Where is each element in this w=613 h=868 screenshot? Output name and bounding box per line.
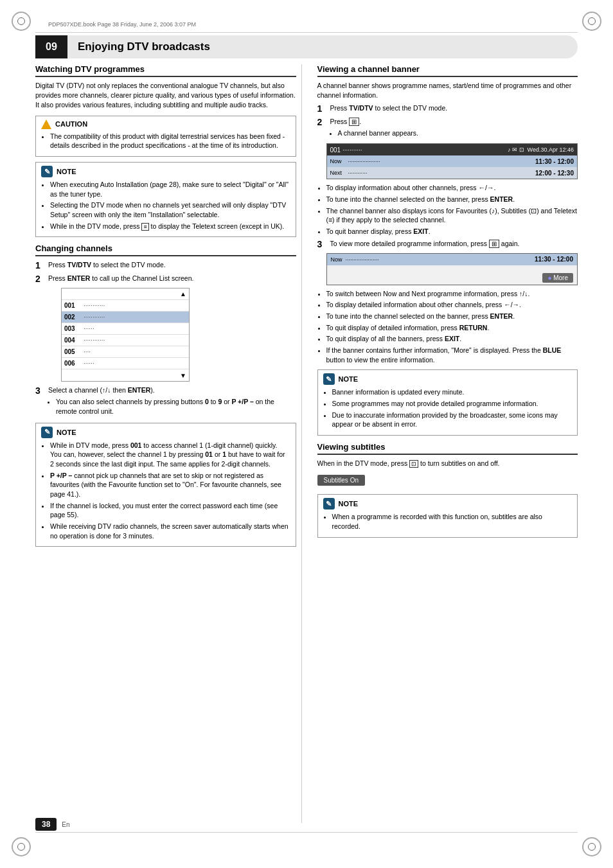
banner-bullet-2: To tune into the channel selected on the…	[326, 195, 578, 204]
subtitles-btn-label: Subtitles On	[317, 475, 365, 486]
channel-scroll-up: ▲	[62, 288, 189, 300]
note1-item-3: While in the DTV mode, press ≡ to displa…	[50, 222, 290, 231]
caution-label: CAUTION	[55, 120, 87, 128]
press-label: Press	[330, 118, 348, 125]
note2-icon: ✎	[41, 427, 53, 438]
banner2-now-label: Now ·····················	[331, 256, 380, 263]
right-step-1: 1 Press TV/DTV to select the DTV mode.	[317, 103, 578, 114]
page-number: 38	[35, 818, 57, 831]
banner-bullet-1: To display information about other chann…	[326, 183, 578, 193]
viewing-subtitles-intro: When in the DTV mode, press ⊡ to turn su…	[317, 459, 578, 468]
note1-icon: ✎	[41, 166, 53, 177]
note1-box: ✎ NOTE When executing Auto Installation …	[35, 162, 296, 237]
bn-1: Banner information is updated every minu…	[332, 387, 573, 397]
right-step-2-content: Press ⊞. A channel banner appears.	[330, 117, 578, 139]
banner-bullet-3: The channel banner also displays icons f…	[326, 206, 578, 225]
banner-note-icon: ✎	[323, 373, 335, 385]
meta-bar: PDP507XDE.book Page 38 Friday, June 2, 2…	[48, 21, 196, 28]
banner-next-time: 12:00 - 12:30	[535, 170, 574, 177]
banner2-now-time: 11:30 - 12:00	[535, 256, 573, 263]
channel-scroll-down: ▼	[62, 369, 189, 381]
banner-next-row: Next ············ 12:00 - 12:30	[327, 167, 578, 179]
subtitles-note-label: NOTE	[339, 500, 359, 508]
chapter-header: 09 Enjoying DTV broadcasts	[35, 35, 578, 58]
viewing-banner-title: Viewing a channel banner	[317, 64, 578, 77]
banner-header-row: 001 ··········· ♪ ✉ ⊡ Wed.30.Apr 12:46	[327, 144, 578, 155]
corner-decoration-br	[582, 837, 601, 856]
channel-row-6: 006 ······	[62, 358, 189, 369]
note2-label: NOTE	[57, 429, 76, 436]
step-2-num: 2	[35, 274, 44, 284]
step-1: 1 Press TV/DTV to select the DTV mode.	[35, 260, 296, 270]
banner-note-box: ✎ NOTE Banner information is updated eve…	[317, 369, 578, 436]
right-step-3-num: 3	[317, 239, 326, 249]
channel-row-5: 005 ····	[62, 346, 189, 358]
b2-3: To tune into the channel selected on the…	[326, 312, 578, 321]
note2-box: ✎ NOTE While in DTV mode, press 001 to a…	[35, 423, 296, 547]
banner-now-dots: ····················	[348, 158, 535, 164]
subtitles-note-box: ✎ NOTE When a programme is recorded with…	[317, 494, 578, 537]
banner-note-header: ✎ NOTE	[323, 373, 573, 385]
banner2-header-row: Now ····················· 11:30 - 12:00	[327, 254, 578, 265]
caution-list: The compatibility of this product with d…	[41, 132, 290, 150]
channel-row-2: 002 ············	[62, 312, 189, 323]
note2-item-4: While receiving DTV radio channels, the …	[50, 522, 290, 540]
bottom-border	[35, 832, 578, 833]
banner1-display: 001 ··········· ♪ ✉ ⊡ Wed.30.Apr 12:46 N…	[326, 143, 578, 179]
channel-row-3: 003 ······	[62, 323, 189, 335]
right-step-2-num: 2	[317, 117, 326, 127]
corner-decoration-tr	[582, 12, 601, 31]
subtitle-icon: ⊡	[409, 460, 418, 468]
watching-intro: Digital TV (DTV) not only replaces the c…	[35, 81, 296, 111]
banner-now-time: 11:30 - 12:00	[535, 158, 574, 165]
channel-row-4: 004 ············	[62, 335, 189, 346]
step-2-content: Press ENTER to call up the Channel List …	[48, 274, 296, 283]
channel-banner-appears: A channel banner appears.	[338, 128, 578, 138]
note1-list: When executing Auto Installation (page 2…	[41, 180, 290, 231]
bn-3: Due to inaccurate information provided b…	[332, 411, 573, 429]
changing-channels-section: Changing channels 1 Press TV/DTV to sele…	[35, 244, 296, 547]
banner-note-list: Banner information is updated every minu…	[323, 387, 573, 429]
meta-text: PDP507XDE.book Page 38 Friday, June 2, 2…	[48, 21, 196, 28]
note1-label: NOTE	[57, 168, 76, 175]
channel-list-container: ▲ 001 ············ 002 ············ 003 …	[48, 288, 296, 382]
right-column: Viewing a channel banner A channel banne…	[312, 64, 578, 823]
subtitles-note-header: ✎ NOTE	[323, 498, 573, 509]
caution-box: CAUTION The compatibility of this produc…	[35, 116, 296, 157]
note2-item-3: If the channel is locked, you must enter…	[50, 501, 290, 520]
viewing-banner-intro: A channel banner shows programme names, …	[317, 81, 578, 100]
note2-list: While in DTV mode, press 001 to access c…	[41, 441, 290, 541]
sn-1: When a programme is recorded with this f…	[332, 512, 573, 531]
right-step-1-num: 1	[317, 103, 326, 114]
watching-dtv-title: Watching DTV programmes	[35, 64, 296, 77]
subtitles-note-icon: ✎	[323, 498, 335, 509]
b2-6: If the banner contains further informati…	[326, 346, 578, 364]
step-3-bullet: You can also select channels by pressing…	[56, 397, 296, 416]
note2-item-1: While in DTV mode, press 001 to access c…	[50, 441, 290, 469]
viewing-subtitles-section: Viewing subtitles When in the DTV mode, …	[317, 442, 578, 538]
note2-item-2: P +/P – cannot pick up channels that are…	[50, 471, 290, 499]
step3-icon: ⊞	[489, 240, 499, 248]
page-footer: 38 En	[35, 818, 70, 831]
right-step-3-content: To view more detailed programme informat…	[330, 239, 578, 249]
step-1-content: Press TV/DTV to select the DTV mode.	[48, 260, 296, 270]
left-column: Watching DTV programmes Digital TV (DTV)…	[35, 64, 302, 823]
changing-channels-title: Changing channels	[35, 244, 296, 256]
banner2-display: Now ····················· 11:30 - 12:00 …	[326, 253, 578, 285]
banner-header-num: 001 ···········	[330, 146, 362, 154]
more-button: More	[542, 273, 573, 283]
corner-decoration-bl	[12, 837, 31, 856]
b2-2: To display detailed information about ot…	[326, 300, 578, 310]
right-step-2: 2 Press ⊞. A channel banner appears.	[317, 117, 578, 139]
caution-header: CAUTION	[41, 120, 290, 129]
channel-row-1: 001 ············	[62, 300, 189, 312]
note1-item-1: When executing Auto Installation (page 2…	[50, 180, 290, 199]
note1-header: ✎ NOTE	[41, 166, 290, 177]
b2-1: To switch between Now and Next programme…	[326, 289, 578, 299]
step-3: 3 Select a channel (↑/↓ then ENTER). You…	[35, 385, 296, 417]
subtitles-note-list: When a programme is recorded with this f…	[323, 512, 573, 531]
step2-icon: ⊞	[349, 118, 359, 126]
channel-list: ▲ 001 ············ 002 ············ 003 …	[61, 288, 190, 382]
banner-note-label: NOTE	[339, 375, 359, 383]
banner2-bullets: To switch between Now and Next programme…	[317, 289, 578, 365]
